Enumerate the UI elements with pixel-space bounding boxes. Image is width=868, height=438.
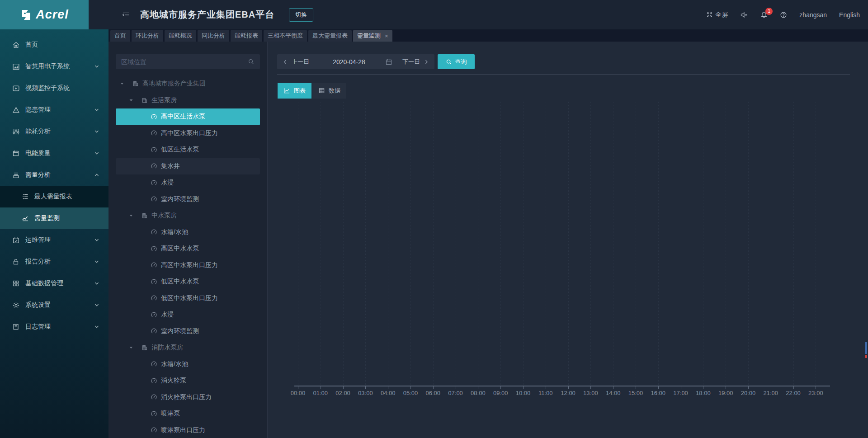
chevron-left-icon[interactable] bbox=[283, 59, 288, 65]
gauge-icon bbox=[151, 245, 157, 252]
sidebar-item-智慧用电子系统[interactable]: 智慧用电子系统 bbox=[0, 56, 108, 77]
x-axis-label: 20:00 bbox=[737, 390, 760, 396]
sidebar-item-首页[interactable]: 首页 bbox=[0, 34, 108, 56]
date-value[interactable]: 2020-04-28 bbox=[313, 58, 385, 66]
sidebar-item-视频监控子系统[interactable]: 视频监控子系统 bbox=[0, 77, 108, 99]
building-icon bbox=[142, 212, 148, 219]
tree-leaf-喷淋泵[interactable]: 喷淋泵 bbox=[116, 405, 260, 422]
query-button[interactable]: 查询 bbox=[438, 54, 475, 69]
tree-leaf-低区生活水泵[interactable]: 低区生活水泵 bbox=[116, 141, 260, 158]
tree-group-高地城市服务产业集团[interactable]: 高地城市服务产业集团 bbox=[116, 75, 260, 92]
tab-首页[interactable]: 首页 bbox=[110, 30, 130, 42]
tree-leaf-室内环境监测[interactable]: 室内环境监测 bbox=[116, 323, 260, 340]
tab-能耗报表[interactable]: 能耗报表 bbox=[231, 30, 262, 42]
view-button-图表[interactable]: 图表 bbox=[278, 83, 311, 99]
calendar-icon[interactable] bbox=[385, 58, 392, 66]
tab-环比分析[interactable]: 环比分析 bbox=[132, 30, 163, 42]
tree-leaf-水箱/水池[interactable]: 水箱/水池 bbox=[116, 224, 260, 241]
tree-leaf-高中区生活水泵[interactable]: 高中区生活水泵 bbox=[116, 108, 260, 125]
sidebar-item-报告分析[interactable]: 报告分析 bbox=[0, 251, 108, 273]
tree-leaf-消火栓泵[interactable]: 消火栓泵 bbox=[116, 372, 260, 389]
sidebar-item-隐患管理[interactable]: 隐患管理 bbox=[0, 99, 108, 121]
tree-leaf-低区中水泵出口压力[interactable]: 低区中水泵出口压力 bbox=[116, 290, 260, 307]
tree-group-生活泵房[interactable]: 生活泵房 bbox=[116, 92, 260, 109]
sidebar-item-需量分析[interactable]: 需量分析 bbox=[0, 164, 108, 186]
tree-leaf-高区中水泵出口压力[interactable]: 高区中水泵出口压力 bbox=[116, 257, 260, 274]
gauge-icon bbox=[151, 295, 157, 301]
sidebar-subitem-最大需量报表[interactable]: 最大需量报表 bbox=[0, 186, 108, 207]
gridline bbox=[793, 102, 794, 386]
gridline bbox=[500, 102, 501, 386]
x-axis-label: 08:00 bbox=[467, 390, 489, 396]
username[interactable]: zhangsan bbox=[799, 11, 827, 19]
tree-leaf-低区中水水泵[interactable]: 低区中水水泵 bbox=[116, 273, 260, 290]
tab-需量监测[interactable]: 需量监测× bbox=[353, 30, 392, 42]
tree-leaf-集水井[interactable]: 集水井 bbox=[116, 158, 260, 175]
tree-leaf-消火栓泵出口压力[interactable]: 消火栓泵出口压力 bbox=[116, 389, 260, 406]
date-toolbar: 上一日 2020-04-28 下一日 bbox=[277, 54, 434, 69]
sidebar-item-电能质量[interactable]: 电能质量 bbox=[0, 142, 108, 164]
sidebar-item-系统设置[interactable]: 系统设置 bbox=[0, 294, 108, 316]
tree-label: 高中区生活水泵 bbox=[161, 113, 205, 121]
tree-leaf-水浸[interactable]: 水浸 bbox=[116, 174, 260, 191]
x-axis-label: 02:00 bbox=[332, 390, 354, 396]
language-switch[interactable]: English bbox=[839, 11, 860, 19]
help-icon[interactable] bbox=[780, 11, 787, 19]
sidebar-subitem-需量监测[interactable]: 需量监测 bbox=[0, 207, 108, 229]
caret-down-icon[interactable] bbox=[129, 345, 142, 350]
sidebar-item-运维管理[interactable]: 运维管理 bbox=[0, 229, 108, 251]
axis-tick bbox=[456, 386, 456, 389]
sidebar-item-label: 基础数据管理 bbox=[25, 279, 94, 287]
sidebar-item-能耗分析[interactable]: 能耗分析 bbox=[0, 121, 108, 142]
tab-三相不平衡度[interactable]: 三相不平衡度 bbox=[264, 30, 307, 42]
caret-down-icon[interactable] bbox=[129, 98, 142, 103]
axis-tick bbox=[365, 386, 366, 389]
tab-最大需量报表[interactable]: 最大需量报表 bbox=[308, 30, 352, 42]
tree-group-中水泵房[interactable]: 中水泵房 bbox=[116, 207, 260, 224]
area-chart-icon bbox=[12, 63, 20, 71]
caret-down-icon[interactable] bbox=[120, 81, 132, 86]
gridline bbox=[658, 102, 659, 386]
axis-tick bbox=[793, 386, 794, 389]
close-icon[interactable]: × bbox=[385, 33, 388, 39]
tab-同比分析[interactable]: 同比分析 bbox=[198, 30, 229, 42]
gridline bbox=[456, 102, 456, 386]
x-axis-label: 11:00 bbox=[534, 390, 557, 396]
fullscreen-button[interactable]: 全屏 bbox=[706, 11, 728, 19]
next-day-button[interactable]: 下一日 bbox=[402, 58, 420, 66]
tree-label: 高中区水泵出口压力 bbox=[161, 129, 218, 137]
tree-leaf-高区中水水泵[interactable]: 高区中水水泵 bbox=[116, 240, 260, 257]
gauge-icon bbox=[151, 311, 157, 318]
gauge-icon bbox=[151, 410, 157, 417]
mute-icon[interactable] bbox=[740, 11, 748, 19]
tree-leaf-喷淋泵出口压力[interactable]: 喷淋泵出口压力 bbox=[116, 422, 260, 438]
tree-group-消防水泵房[interactable]: 消防水泵房 bbox=[116, 339, 260, 356]
sidebar: 首页智慧用电子系统视频监控子系统隐患管理能耗分析电能质量需量分析最大需量报表需量… bbox=[0, 29, 108, 438]
tree-label: 生活泵房 bbox=[151, 96, 177, 104]
notification-bell[interactable]: 1 bbox=[760, 11, 768, 19]
switch-button[interactable]: 切换 bbox=[289, 8, 313, 22]
axis-tick bbox=[546, 386, 546, 389]
sidebar-item-日志管理[interactable]: 日志管理 bbox=[0, 316, 108, 338]
tab-能耗概况[interactable]: 能耗概况 bbox=[165, 30, 196, 42]
x-axis-label: 16:00 bbox=[647, 390, 670, 396]
search-icon[interactable] bbox=[248, 58, 255, 65]
x-axis-label: 01:00 bbox=[309, 390, 332, 396]
tree-leaf-水箱/水池[interactable]: 水箱/水池 bbox=[116, 356, 260, 373]
view-button-数据[interactable]: 数据 bbox=[312, 83, 346, 99]
chevron-down-icon bbox=[94, 302, 99, 308]
prev-day-button[interactable]: 上一日 bbox=[292, 58, 309, 66]
tree-leaf-室内环境监测[interactable]: 室内环境监测 bbox=[116, 191, 260, 208]
x-axis-label: 03:00 bbox=[354, 390, 377, 396]
grid-icon bbox=[12, 280, 20, 287]
menu-fold-icon[interactable] bbox=[121, 11, 130, 19]
x-axis-label: 21:00 bbox=[760, 390, 782, 396]
caret-down-icon[interactable] bbox=[129, 213, 142, 218]
tree-leaf-水浸[interactable]: 水浸 bbox=[116, 306, 260, 323]
sidebar-item-基础数据管理[interactable]: 基础数据管理 bbox=[0, 273, 108, 294]
tree-leaf-高中区水泵出口压力[interactable]: 高中区水泵出口压力 bbox=[116, 125, 260, 142]
chevron-right-icon[interactable] bbox=[424, 59, 429, 65]
search-input[interactable] bbox=[121, 58, 248, 66]
scrollbar-thumb[interactable] bbox=[865, 342, 867, 354]
ops-icon bbox=[12, 236, 20, 244]
